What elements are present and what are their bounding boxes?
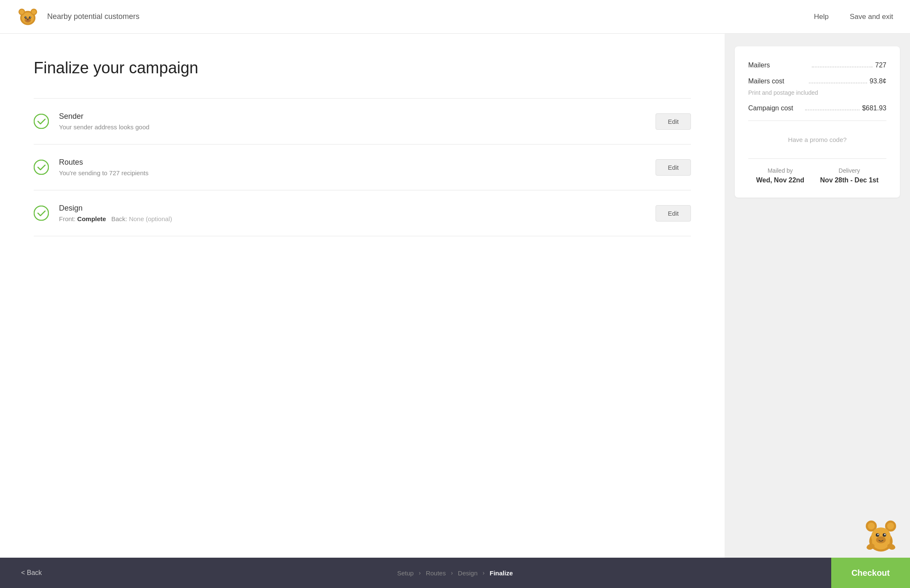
- mailers-cost-value: 93.8¢: [870, 78, 886, 85]
- print-note: Print and postage included: [748, 89, 886, 96]
- mailed-by-value: Wed, Nov 22nd: [756, 176, 804, 184]
- app-title: Nearby potential customers: [47, 12, 814, 21]
- checkout-button[interactable]: Checkout: [831, 558, 910, 588]
- chevron-3: ›: [483, 569, 485, 576]
- header-actions: Help Save and exit: [814, 13, 893, 21]
- sender-section: Sender Your sender address looks good Ed…: [34, 99, 691, 144]
- design-check-icon: [34, 206, 49, 221]
- svg-point-4: [20, 10, 24, 14]
- back-button[interactable]: < Back: [21, 569, 42, 577]
- mailers-label: Mailers: [748, 61, 809, 69]
- step-setup: Setup: [397, 569, 414, 577]
- section-list: Sender Your sender address looks good Ed…: [34, 98, 691, 236]
- routes-edit-button[interactable]: Edit: [656, 159, 691, 176]
- mailers-dots: [812, 67, 873, 67]
- svg-point-10: [30, 16, 31, 17]
- svg-point-20: [868, 523, 875, 529]
- mailers-value: 727: [875, 61, 886, 69]
- design-label: Design: [59, 204, 645, 213]
- delivery-value: Nov 28th - Dec 1st: [820, 176, 879, 184]
- svg-point-13: [28, 18, 29, 19]
- delivery-section: Mailed by Wed, Nov 22nd Delivery Nov 28t…: [748, 167, 886, 184]
- page-title: Finalize your campaign: [34, 59, 691, 77]
- svg-point-12: [26, 18, 27, 19]
- promo-code-row[interactable]: Have a promo code?: [748, 129, 886, 150]
- right-panel: Mailers 727 Mailers cost 93.8¢ Print and…: [725, 34, 910, 558]
- routes-desc: You're sending to 727 recipients: [59, 169, 645, 176]
- help-link[interactable]: Help: [814, 13, 829, 21]
- mailers-row: Mailers 727: [748, 61, 886, 69]
- design-info: Design Front: Complete Back: None (optio…: [59, 204, 645, 222]
- svg-point-15: [34, 114, 48, 128]
- design-section: Design Front: Complete Back: None (optio…: [34, 190, 691, 236]
- sender-label: Sender: [59, 112, 645, 121]
- delivery-col: Delivery Nov 28th - Dec 1st: [820, 167, 879, 184]
- cost-card: Mailers 727 Mailers cost 93.8¢ Print and…: [735, 46, 900, 198]
- routes-section: Routes You're sending to 727 recipients …: [34, 144, 691, 190]
- svg-point-25: [876, 536, 886, 543]
- design-edit-button[interactable]: Edit: [656, 205, 691, 222]
- campaign-cost-label: Campaign cost: [748, 104, 803, 112]
- sender-desc: Your sender address looks good: [59, 123, 645, 131]
- design-desc: Front: Complete Back: None (optional): [59, 215, 645, 222]
- logo-icon: [17, 6, 39, 28]
- sender-edit-button[interactable]: Edit: [656, 113, 691, 130]
- mailed-by-label: Mailed by: [756, 167, 804, 174]
- svg-point-9: [25, 16, 26, 17]
- mailers-cost-row: Mailers cost 93.8¢: [748, 78, 886, 85]
- svg-point-5: [32, 10, 36, 14]
- step-finalize: Finalize: [490, 569, 513, 577]
- chevron-1: ›: [419, 569, 421, 576]
- mailers-cost-label: Mailers cost: [748, 78, 806, 85]
- svg-point-17: [34, 206, 48, 220]
- main-content: Finalize your campaign Sender Your sende…: [0, 34, 910, 558]
- svg-point-21: [887, 523, 894, 529]
- mailers-cost-dots: [809, 83, 867, 83]
- campaign-cost-row: Campaign cost $681.93: [748, 104, 886, 112]
- save-exit-link[interactable]: Save and exit: [850, 13, 893, 21]
- routes-info: Routes You're sending to 727 recipients: [59, 158, 645, 176]
- header: Nearby potential customers Help Save and…: [0, 0, 910, 34]
- svg-point-14: [27, 19, 29, 20]
- svg-point-29: [884, 534, 886, 535]
- breadcrumb-steps: Setup › Routes › Design › Finalize: [397, 569, 513, 577]
- step-design: Design: [458, 569, 478, 577]
- routes-check-icon: [34, 160, 49, 175]
- sender-check-icon: [34, 114, 49, 129]
- left-panel: Finalize your campaign Sender Your sende…: [0, 34, 725, 558]
- routes-label: Routes: [59, 158, 645, 167]
- campaign-cost-value: $681.93: [862, 104, 886, 112]
- chevron-2: ›: [451, 569, 453, 576]
- svg-point-16: [34, 160, 48, 174]
- sender-info: Sender Your sender address looks good: [59, 112, 645, 131]
- step-routes: Routes: [426, 569, 446, 577]
- mascot-bear-bottom: [862, 516, 900, 554]
- divider-2: [748, 158, 886, 159]
- svg-point-26: [876, 533, 879, 537]
- svg-point-27: [883, 533, 886, 537]
- delivery-label: Delivery: [820, 167, 879, 174]
- footer: < Back Setup › Routes › Design › Finaliz…: [0, 558, 910, 588]
- campaign-cost-dots: [805, 110, 859, 110]
- svg-point-28: [877, 534, 878, 535]
- mailed-by-col: Mailed by Wed, Nov 22nd: [756, 167, 804, 184]
- divider-1: [748, 120, 886, 121]
